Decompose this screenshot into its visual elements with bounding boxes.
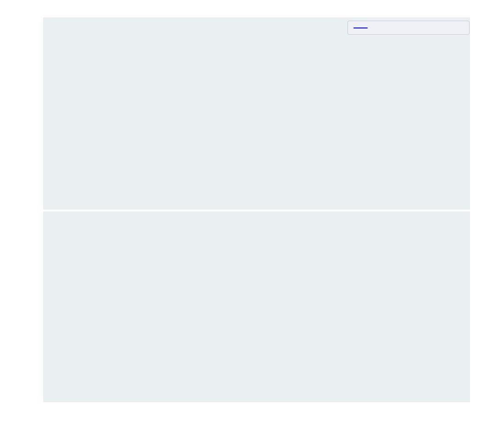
legend	[347, 21, 470, 35]
chart-canvas	[0, 0, 504, 432]
legend-line-sample	[353, 28, 368, 28]
